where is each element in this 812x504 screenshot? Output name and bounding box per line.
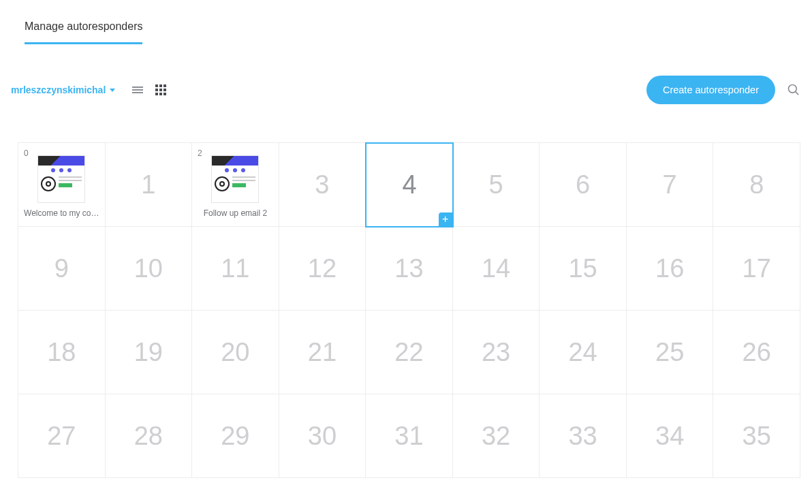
search-button[interactable] xyxy=(786,82,801,97)
calendar-day-cell[interactable]: 34 xyxy=(627,394,714,478)
calendar-day-cell[interactable]: 23 xyxy=(453,311,540,394)
calendar-day-cell[interactable]: 6 xyxy=(540,143,627,227)
day-number: 11 xyxy=(221,254,249,283)
day-number: 7 xyxy=(663,170,677,200)
calendar-day-cell[interactable]: 3 xyxy=(279,143,366,227)
calendar-day-cell[interactable]: 0Welcome to my co… xyxy=(18,143,106,227)
user-dropdown[interactable]: mrleszczynskimichal xyxy=(11,84,115,95)
email-title: Follow up email 2 xyxy=(204,208,267,218)
calendar-day-cell[interactable]: 31 xyxy=(366,394,453,478)
calendar-day-cell[interactable]: 16 xyxy=(627,227,714,311)
grid-icon xyxy=(155,84,166,95)
calendar-day-cell[interactable]: 32 xyxy=(453,394,540,478)
calendar-day-cell[interactable]: 22 xyxy=(366,311,453,394)
grid-view-button[interactable] xyxy=(153,82,168,97)
list-icon xyxy=(132,85,143,95)
calendar-day-cell[interactable]: 12 xyxy=(279,227,366,311)
day-number: 22 xyxy=(394,338,423,367)
day-number: 31 xyxy=(394,422,423,451)
calendar-day-cell[interactable]: 5 xyxy=(453,143,540,227)
day-number: 5 xyxy=(488,170,503,200)
calendar-day-cell[interactable]: 20 xyxy=(192,311,279,394)
autoresponder-calendar-grid: 0Welcome to my co…12Follow up email 234+… xyxy=(18,142,800,478)
day-number: 33 xyxy=(568,422,597,451)
calendar-day-cell[interactable]: 11 xyxy=(192,227,279,311)
calendar-day-cell[interactable]: 2Follow up email 2 xyxy=(192,143,279,227)
calendar-day-cell[interactable]: 30 xyxy=(279,394,366,478)
calendar-day-cell[interactable]: 24 xyxy=(540,311,627,394)
day-number: 24 xyxy=(568,338,597,367)
calendar-day-cell[interactable]: 13 xyxy=(366,227,453,311)
calendar-day-cell[interactable]: 1 xyxy=(106,143,193,227)
email-thumbnail xyxy=(211,155,259,203)
day-number: 27 xyxy=(47,422,76,451)
day-number: 34 xyxy=(655,422,684,451)
day-number: 25 xyxy=(655,338,684,367)
calendar-day-cell[interactable]: 26 xyxy=(713,311,800,394)
search-icon xyxy=(787,83,800,97)
calendar-day-cell[interactable]: 15 xyxy=(540,227,627,311)
day-number: 28 xyxy=(134,422,163,451)
day-number: 8 xyxy=(749,170,764,200)
day-number: 16 xyxy=(655,254,684,283)
calendar-day-cell[interactable]: 4+ xyxy=(365,142,454,227)
calendar-day-cell[interactable]: 17 xyxy=(713,227,800,311)
day-number: 29 xyxy=(221,422,249,451)
calendar-day-cell[interactable]: 29 xyxy=(192,394,279,478)
day-number: 17 xyxy=(743,254,771,283)
calendar-day-cell[interactable]: 19 xyxy=(106,311,193,394)
calendar-day-cell[interactable]: 21 xyxy=(279,311,366,394)
day-number: 9 xyxy=(54,254,69,283)
day-number: 19 xyxy=(134,338,163,367)
day-number: 32 xyxy=(482,422,510,451)
calendar-day-cell[interactable]: 35 xyxy=(713,394,800,478)
tab-manage-autoresponders[interactable]: Manage autoresponders xyxy=(25,20,142,44)
svg-line-1 xyxy=(796,92,798,95)
day-number: 35 xyxy=(743,422,771,451)
calendar-day-cell[interactable]: 10 xyxy=(106,227,193,311)
day-number: 18 xyxy=(47,338,76,367)
day-number: 30 xyxy=(308,422,337,451)
calendar-day-cell[interactable]: 27 xyxy=(18,394,106,478)
day-index-label: 0 xyxy=(24,148,29,158)
list-view-button[interactable] xyxy=(130,82,145,97)
user-dropdown-label: mrleszczynskimichal xyxy=(11,84,106,95)
day-number: 15 xyxy=(568,254,597,283)
day-number: 20 xyxy=(221,338,249,367)
calendar-day-cell[interactable]: 8 xyxy=(713,143,800,227)
calendar-day-cell[interactable]: 18 xyxy=(18,311,106,394)
calendar-day-cell[interactable]: 25 xyxy=(627,311,714,394)
day-number: 26 xyxy=(743,338,771,367)
day-number: 23 xyxy=(482,338,510,367)
chevron-down-icon xyxy=(110,89,115,92)
day-number: 6 xyxy=(576,170,590,200)
day-number: 12 xyxy=(308,254,337,283)
calendar-day-cell[interactable]: 28 xyxy=(106,394,193,478)
day-index-label: 2 xyxy=(198,148,202,158)
day-number: 21 xyxy=(308,338,337,367)
calendar-day-cell[interactable]: 7 xyxy=(627,143,714,227)
calendar-day-cell[interactable]: 33 xyxy=(540,394,627,478)
day-number: 1 xyxy=(141,170,155,200)
day-number: 14 xyxy=(482,254,510,283)
create-autoresponder-button[interactable]: Create autoresponder xyxy=(646,76,775,104)
add-autoresponder-badge[interactable]: + xyxy=(439,212,452,226)
day-number: 4 xyxy=(402,170,416,200)
email-thumbnail xyxy=(37,155,85,203)
email-title: Welcome to my co… xyxy=(24,208,99,218)
day-number: 13 xyxy=(394,254,423,283)
day-number: 3 xyxy=(315,170,329,200)
calendar-day-cell[interactable]: 9 xyxy=(18,227,106,311)
calendar-day-cell[interactable]: 14 xyxy=(453,227,540,311)
day-number: 10 xyxy=(134,254,163,283)
